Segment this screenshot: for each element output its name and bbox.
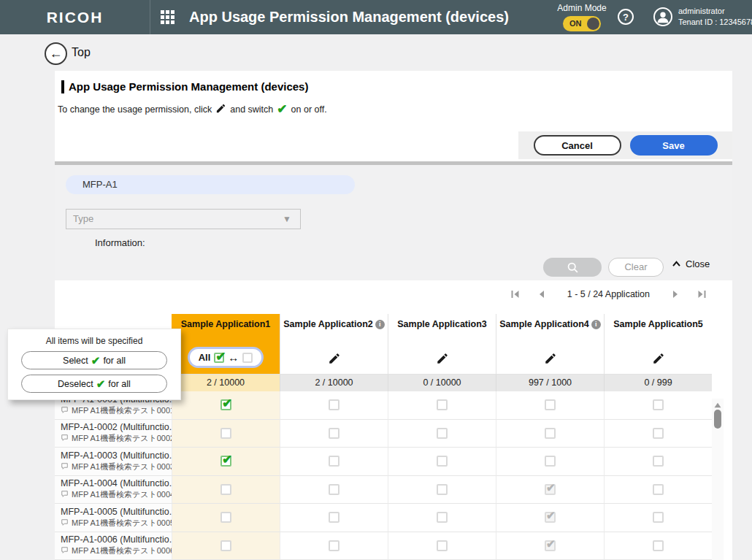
permission-checkbox[interactable] <box>220 399 231 410</box>
device-filter-chip[interactable]: MFP-A1 <box>66 175 355 194</box>
permission-checkbox[interactable] <box>653 399 664 410</box>
app-column-title: Sample Application3 <box>388 314 496 329</box>
permission-checkbox[interactable] <box>220 484 231 495</box>
permission-checkbox[interactable] <box>653 456 664 467</box>
permission-checkbox[interactable] <box>220 540 231 551</box>
cancel-button[interactable]: Cancel <box>534 135 621 156</box>
edit-pencil-icon[interactable] <box>436 352 449 368</box>
device-cell: MFP-A1-0003 (Multifunctio...MFP A1機番検索テス… <box>55 448 172 476</box>
permission-checkbox[interactable] <box>653 540 664 551</box>
scrollbar-thumb[interactable] <box>714 410 721 429</box>
content-card: App Usage Permission Management (devices… <box>55 71 732 560</box>
permission-checkbox[interactable] <box>329 399 339 410</box>
usage-count: 2 / 10000 <box>280 375 388 391</box>
all-toggle-button[interactable]: All↔ <box>188 347 264 368</box>
permission-checkbox[interactable] <box>220 512 231 523</box>
app-column-header: Sample Application4i <box>496 314 604 375</box>
device-name: MFP-A1-0005 (Multifunctio... <box>61 507 177 517</box>
admin-mode-label: Admin Mode <box>556 3 607 13</box>
permission-checkbox[interactable] <box>329 512 339 523</box>
edit-pencil-icon[interactable] <box>328 352 341 368</box>
first-page-icon[interactable] <box>510 289 521 299</box>
checked-checkbox-icon <box>214 353 224 363</box>
ricoh-logo: RICOH <box>0 9 150 26</box>
device-serial: MFP A1機番検索テスト0005 <box>61 518 174 529</box>
permission-checkbox[interactable] <box>437 484 448 495</box>
permission-cell <box>388 448 496 476</box>
edit-pencil-icon[interactable] <box>652 352 665 368</box>
permission-cell <box>172 476 280 505</box>
permission-cell <box>388 391 496 420</box>
search-button[interactable] <box>543 258 602 277</box>
permission-checkbox[interactable] <box>653 428 664 439</box>
permission-checkbox[interactable] <box>437 399 448 410</box>
page-title: App Usage Permission Management (devices… <box>61 80 308 93</box>
permission-cell <box>280 504 388 532</box>
permission-checkbox[interactable] <box>437 456 448 467</box>
permission-cell <box>388 532 496 560</box>
permission-checkbox[interactable] <box>653 484 664 495</box>
permission-checkbox[interactable] <box>437 512 448 523</box>
permission-cell <box>604 391 712 420</box>
permission-checkbox[interactable] <box>545 484 556 495</box>
device-serial: MFP A1機番検索テスト0002 <box>61 433 174 444</box>
select-all-button[interactable]: Select ✔ for all <box>21 351 167 369</box>
permission-cell <box>604 448 712 476</box>
permission-checkbox[interactable] <box>437 428 448 439</box>
permission-checkbox[interactable] <box>437 540 448 551</box>
user-avatar-icon[interactable] <box>653 7 672 26</box>
permission-checkbox[interactable] <box>329 428 339 439</box>
permission-cell <box>496 420 604 448</box>
permission-checkbox[interactable] <box>329 456 339 467</box>
check-icon: ✔ <box>91 356 101 366</box>
prev-page-icon[interactable] <box>537 289 547 299</box>
permission-checkbox[interactable] <box>220 456 231 467</box>
column-action <box>605 352 712 368</box>
permission-checkbox[interactable] <box>329 540 339 551</box>
permission-cell <box>280 476 388 505</box>
device-name: MFP-A1-0002 (Multifunctio... <box>61 422 177 432</box>
info-icon[interactable]: i <box>375 320 385 329</box>
permission-checkbox[interactable] <box>545 540 556 551</box>
admin-mode-toggle[interactable]: ON <box>563 16 601 31</box>
permission-checkbox[interactable] <box>545 399 556 410</box>
permission-cell <box>604 420 712 448</box>
app-launcher-icon[interactable] <box>161 10 174 24</box>
device-serial: MFP A1機番検索テスト0006 <box>61 545 174 556</box>
check-icon: ✔ <box>277 104 287 115</box>
information-label: Information: <box>95 237 145 248</box>
deselect-all-button[interactable]: Deselect ✔ for all <box>21 375 167 393</box>
device-cell: MFP-A1-0006 (Multifunctio...MFP A1機番検索テス… <box>55 532 172 560</box>
permission-checkbox[interactable] <box>545 512 556 523</box>
permission-cell <box>172 391 280 420</box>
edit-pencil-icon[interactable] <box>544 352 557 368</box>
pencil-icon <box>215 103 226 116</box>
permission-cell <box>388 504 496 532</box>
note-icon <box>61 490 69 499</box>
toggle-knob <box>587 18 599 30</box>
next-page-icon[interactable] <box>670 289 680 299</box>
usage-count: 0 / 10000 <box>388 375 496 391</box>
search-icon <box>567 261 579 274</box>
app-column-title: Sample Application4i <box>496 314 604 329</box>
clear-button[interactable]: Clear <box>608 258 664 277</box>
device-name: MFP-A1-0004 (Multifunctio... <box>61 478 177 488</box>
permission-checkbox[interactable] <box>220 428 231 439</box>
permission-checkbox[interactable] <box>545 456 556 467</box>
help-icon[interactable]: ? <box>618 9 634 25</box>
permission-checkbox[interactable] <box>653 512 664 523</box>
type-dropdown[interactable]: Type ▼ <box>66 209 301 229</box>
permission-cell <box>388 420 496 448</box>
info-icon[interactable]: i <box>591 320 601 329</box>
table-scrollbar[interactable] <box>712 399 724 560</box>
save-button[interactable]: Save <box>630 135 718 156</box>
close-search-button[interactable]: Close <box>672 258 710 269</box>
permission-checkbox[interactable] <box>545 428 556 439</box>
instruction-text: To change the usage permission, click an… <box>58 103 327 116</box>
device-cell: MFP-A1-0005 (Multifunctio...MFP A1機番検索テス… <box>55 504 172 532</box>
permission-cell <box>280 391 388 420</box>
last-page-icon[interactable] <box>697 289 707 299</box>
back-button[interactable]: ← <box>45 42 67 65</box>
permission-checkbox[interactable] <box>329 484 339 495</box>
column-action <box>496 352 604 368</box>
